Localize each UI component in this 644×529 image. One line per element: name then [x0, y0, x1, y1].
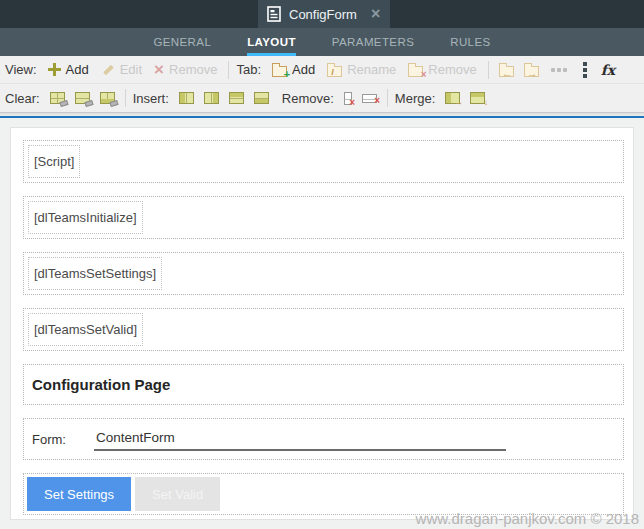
- accent-rule: [0, 116, 644, 118]
- add-plus-icon: [48, 63, 61, 76]
- more-dots-icon: [551, 68, 555, 72]
- tab-move-right-icon: →: [524, 66, 539, 77]
- fx-expression-button[interactable]: fx: [596, 60, 620, 80]
- insert-row-below-button[interactable]: [249, 90, 274, 106]
- view-add-button[interactable]: Add: [42, 60, 95, 79]
- token-dlteamsinitialize[interactable]: [dlTeamsInitialize]: [28, 201, 143, 234]
- remove-row-button[interactable]: ×: [357, 92, 382, 105]
- tab-general[interactable]: GENERAL: [153, 28, 211, 56]
- view-edit-label: Edit: [120, 62, 142, 77]
- merge-down-button[interactable]: ↓: [465, 90, 490, 106]
- merge-down-icon: ↓: [470, 92, 485, 104]
- fx-icon: fx: [601, 62, 615, 78]
- tab-remove-label: Remove: [428, 62, 476, 77]
- view-remove-button: × Remove: [148, 60, 223, 79]
- clear-group-label: Clear:: [5, 91, 40, 106]
- token-dlteamssetsettings[interactable]: [dlTeamsSetSettings]: [28, 257, 162, 290]
- clear-template-button[interactable]: [45, 90, 70, 106]
- view-remove-label: Remove: [169, 62, 217, 77]
- clear-cells-icon: [100, 92, 115, 104]
- set-valid-button[interactable]: Set Valid: [135, 477, 220, 511]
- tab-rules[interactable]: RULES: [450, 28, 490, 56]
- canvas-row-buttons[interactable]: Set Settings Set Valid: [23, 473, 624, 515]
- watermark: www.dragan-panjkov.com © 2018: [416, 510, 639, 527]
- merge-right-icon: →: [445, 92, 460, 104]
- canvas-row-script[interactable]: [Script]: [23, 140, 624, 183]
- document-tab-title: ConfigForm: [289, 7, 357, 22]
- clear-rows-icon: [75, 92, 90, 104]
- canvas-row-dlteamssetsettings[interactable]: [dlTeamsSetSettings]: [23, 252, 624, 295]
- tab-group-label: Tab:: [236, 62, 261, 77]
- app-window: ConfigForm × GENERAL LAYOUT PARAMETERS R…: [0, 0, 644, 529]
- tab-rename-button: I Rename: [321, 60, 402, 79]
- clear-cells-button[interactable]: [95, 90, 120, 106]
- form-field-input[interactable]: [94, 427, 506, 451]
- canvas-row-heading[interactable]: Configuration Page: [23, 364, 624, 405]
- tab-parameters[interactable]: PARAMETERS: [332, 28, 414, 56]
- tab-rename-label: Rename: [347, 62, 396, 77]
- document-tab-configform[interactable]: ConfigForm ×: [258, 0, 390, 28]
- form-field-label: Form:: [32, 432, 94, 447]
- remove-column-icon: ×: [344, 92, 352, 105]
- canvas-row-dlteamssetvalid[interactable]: [dlTeamsSetValid]: [23, 308, 624, 351]
- separator: [488, 61, 489, 79]
- tab-add-icon: +: [272, 66, 287, 77]
- remove-column-button[interactable]: ×: [339, 90, 357, 107]
- token-script[interactable]: [Script]: [28, 145, 80, 178]
- token-dlteamssetvalid[interactable]: [dlTeamsSetValid]: [28, 313, 143, 346]
- page-heading: Configuration Page: [32, 376, 170, 393]
- menu-vdots-icon: [583, 68, 587, 72]
- set-settings-button[interactable]: Set Settings: [27, 477, 131, 511]
- nav-bar: GENERAL LAYOUT PARAMETERS RULES: [0, 28, 644, 56]
- clear-template-icon: [50, 92, 65, 104]
- tab-move-left-icon: ←: [499, 66, 514, 77]
- remove-x-icon: ×: [154, 64, 164, 76]
- separator: [387, 89, 388, 107]
- overflow-menu-button[interactable]: [574, 66, 596, 74]
- tab-rename-icon: I: [327, 66, 342, 77]
- edit-pencil-icon: [101, 64, 115, 76]
- remove-row-icon: ×: [362, 94, 377, 103]
- toolbar-row-1: View: Add Edit × Remove Tab: + Add I Ren…: [0, 56, 644, 84]
- insert-row-above-button[interactable]: [224, 90, 249, 106]
- insert-column-right-button[interactable]: [199, 90, 224, 106]
- canvas-row-form[interactable]: Form:: [23, 418, 624, 460]
- document-tab-strip: ConfigForm ×: [0, 0, 644, 28]
- toolbar-row-2: Clear: Insert: Remov: [0, 84, 644, 112]
- tab-remove-button: × Remove: [402, 60, 482, 79]
- view-group-label: View:: [5, 62, 37, 77]
- merge-right-button[interactable]: →: [440, 90, 465, 106]
- insert-column-left-icon: [179, 92, 194, 104]
- merge-group-label: Merge:: [395, 91, 435, 106]
- close-icon[interactable]: ×: [371, 6, 380, 22]
- tab-add-button[interactable]: + Add: [266, 60, 321, 79]
- remove-group-label: Remove:: [282, 91, 334, 106]
- tab-move-right-button: →: [519, 60, 544, 79]
- insert-column-left-button[interactable]: [174, 90, 199, 106]
- view-edit-button: Edit: [95, 60, 148, 79]
- insert-row-below-icon: [254, 92, 269, 104]
- tab-remove-icon: ×: [408, 66, 423, 77]
- canvas-row-dlteamsinitialize[interactable]: [dlTeamsInitialize]: [23, 196, 624, 239]
- tab-add-label: Add: [292, 62, 315, 77]
- separator: [228, 61, 229, 79]
- tab-layout[interactable]: LAYOUT: [247, 28, 296, 56]
- insert-group-label: Insert:: [133, 91, 169, 106]
- more-tabs-button: [544, 66, 574, 74]
- tab-move-left-button: ←: [494, 60, 519, 79]
- toolbar: View: Add Edit × Remove Tab: + Add I Ren…: [0, 56, 644, 116]
- document-icon: [267, 6, 281, 22]
- layout-canvas: [Script] [dlTeamsInitialize] [dlTeamsSet…: [10, 127, 634, 520]
- insert-column-right-icon: [204, 92, 219, 104]
- view-add-label: Add: [66, 62, 89, 77]
- insert-row-above-icon: [229, 92, 244, 104]
- clear-rows-button[interactable]: [70, 90, 95, 106]
- separator: [125, 89, 126, 107]
